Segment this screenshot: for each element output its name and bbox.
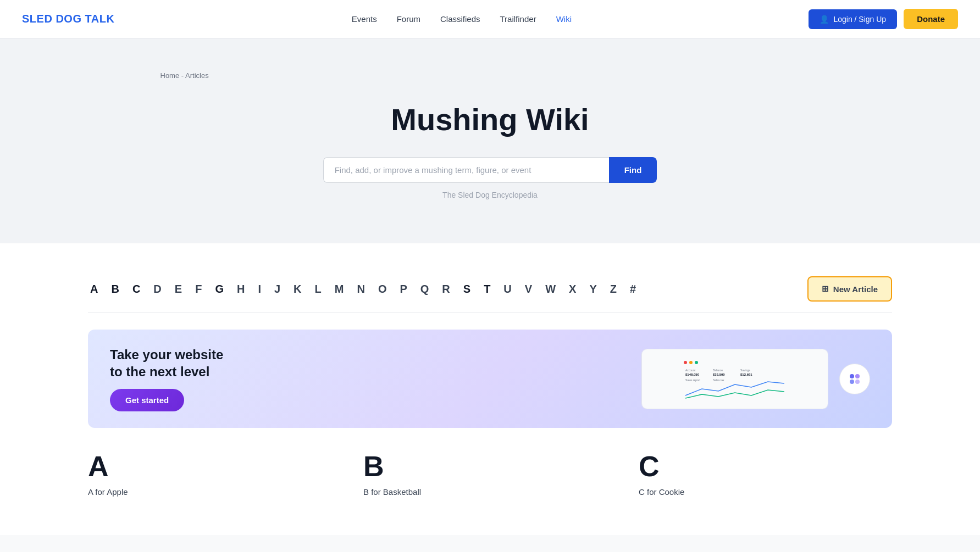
site-logo[interactable]: SLED DOG TALK bbox=[22, 13, 114, 25]
main-content: A B C D E F G H I J K L M N O P Q R S T … bbox=[0, 243, 980, 535]
alpha-S[interactable]: S bbox=[461, 282, 473, 297]
hero-section: Home - Articles Mushing Wiki Find The Sl… bbox=[0, 38, 980, 243]
svg-text:Balance: Balance bbox=[713, 369, 723, 372]
user-icon: 👤 bbox=[820, 15, 829, 24]
alpha-X[interactable]: X bbox=[567, 282, 578, 297]
section-letter-b: B bbox=[363, 450, 617, 483]
svg-point-13 bbox=[855, 374, 860, 378]
article-link[interactable]: B for Basketball bbox=[363, 487, 617, 497]
alpha-W[interactable]: W bbox=[543, 282, 558, 297]
nav-forum[interactable]: Forum bbox=[397, 14, 420, 24]
alpha-letters: A B C D E F G H I J K L M N O P Q R S T … bbox=[88, 282, 638, 297]
nav-wiki[interactable]: Wiki bbox=[556, 14, 572, 24]
svg-point-15 bbox=[855, 380, 860, 384]
new-article-button[interactable]: ⊞ New Article bbox=[807, 276, 892, 302]
svg-text:$148,050: $148,050 bbox=[685, 373, 700, 376]
breadcrumb-home[interactable]: Home bbox=[160, 71, 180, 80]
svg-text:Account: Account bbox=[685, 369, 696, 372]
svg-point-14 bbox=[850, 380, 854, 384]
svg-text:$12,691: $12,691 bbox=[740, 373, 752, 376]
login-button[interactable]: 👤 Login / Sign Up bbox=[809, 9, 897, 29]
grid-dots-icon bbox=[847, 371, 862, 387]
articles-grid: A A for Apple B B for Basketball C C for… bbox=[88, 450, 892, 513]
section-letter-c: C bbox=[639, 450, 892, 483]
article-section-c: C C for Cookie bbox=[639, 450, 892, 513]
chart-visual: Account Balance Savings $148,050 $32,500… bbox=[680, 357, 790, 401]
article-link[interactable]: A for Apple bbox=[88, 487, 341, 497]
svg-point-12 bbox=[850, 374, 854, 378]
alpha-P[interactable]: P bbox=[397, 282, 409, 297]
ad-headline: Take your websiteto the next level bbox=[110, 346, 630, 380]
alpha-E[interactable]: E bbox=[173, 282, 184, 297]
alpha-Z[interactable]: Z bbox=[608, 282, 619, 297]
alpha-G[interactable]: G bbox=[213, 282, 226, 297]
alpha-Y[interactable]: Y bbox=[587, 282, 599, 297]
alpha-Q[interactable]: Q bbox=[418, 282, 431, 297]
alpha-A[interactable]: A bbox=[88, 282, 100, 297]
svg-text:Sales report: Sales report bbox=[685, 378, 701, 382]
nav-trailfinder[interactable]: Trailfinder bbox=[500, 14, 536, 24]
alpha-T[interactable]: T bbox=[481, 282, 492, 297]
alphabet-bar: A B C D E F G H I J K L M N O P Q R S T … bbox=[88, 265, 892, 313]
alpha-B[interactable]: B bbox=[109, 282, 121, 297]
alpha-D[interactable]: D bbox=[151, 282, 163, 297]
header: SLED DOG TALK Events Forum Classifieds T… bbox=[0, 0, 980, 38]
alpha-hash[interactable]: # bbox=[628, 282, 638, 297]
alpha-O[interactable]: O bbox=[376, 282, 389, 297]
article-section-a: A A for Apple bbox=[88, 450, 341, 513]
article-section-b: B B for Basketball bbox=[363, 450, 617, 513]
nav-events[interactable]: Events bbox=[352, 14, 377, 24]
ad-screenshot: Account Balance Savings $148,050 $32,500… bbox=[641, 349, 828, 409]
alpha-F[interactable]: F bbox=[193, 282, 204, 297]
alpha-J[interactable]: J bbox=[272, 282, 283, 297]
breadcrumb: Home - Articles bbox=[160, 71, 820, 80]
svg-point-1 bbox=[684, 361, 687, 364]
alpha-L[interactable]: L bbox=[313, 282, 324, 297]
svg-point-2 bbox=[689, 361, 693, 364]
section-letter-a: A bbox=[88, 450, 341, 483]
plus-icon: ⊞ bbox=[822, 284, 829, 294]
alpha-N[interactable]: N bbox=[355, 282, 367, 297]
alpha-K[interactable]: K bbox=[291, 282, 303, 297]
alpha-M[interactable]: M bbox=[333, 282, 346, 297]
alpha-U[interactable]: U bbox=[501, 282, 513, 297]
breadcrumb-current: Articles bbox=[185, 71, 209, 80]
main-nav: Events Forum Classifieds Trailfinder Wik… bbox=[352, 14, 572, 24]
ad-screenshot-inner: Account Balance Savings $148,050 $32,500… bbox=[642, 349, 828, 409]
donate-button[interactable]: Donate bbox=[904, 9, 958, 29]
ad-icon-circle bbox=[839, 364, 870, 394]
svg-point-3 bbox=[695, 361, 698, 364]
svg-text:Savings: Savings bbox=[740, 369, 750, 372]
breadcrumb-separator: - bbox=[181, 71, 185, 80]
nav-classifieds[interactable]: Classifieds bbox=[440, 14, 480, 24]
page-title: Mushing Wiki bbox=[22, 102, 958, 137]
ad-text-area: Take your websiteto the next level Get s… bbox=[110, 346, 630, 411]
alpha-H[interactable]: H bbox=[235, 282, 247, 297]
search-row: Find bbox=[22, 157, 958, 183]
alpha-C[interactable]: C bbox=[130, 282, 142, 297]
article-link[interactable]: C for Cookie bbox=[639, 487, 892, 497]
alpha-V[interactable]: V bbox=[523, 282, 534, 297]
hero-subtitle: The Sled Dog Encyclopedia bbox=[22, 191, 958, 199]
header-actions: 👤 Login / Sign Up Donate bbox=[809, 9, 958, 29]
alpha-R[interactable]: R bbox=[440, 282, 452, 297]
alpha-I[interactable]: I bbox=[256, 282, 263, 297]
svg-text:$32,500: $32,500 bbox=[713, 373, 725, 376]
get-started-button[interactable]: Get started bbox=[110, 389, 184, 411]
search-input[interactable] bbox=[323, 157, 609, 183]
ad-banner: Take your websiteto the next level Get s… bbox=[88, 330, 892, 428]
svg-text:Sales tax: Sales tax bbox=[713, 378, 724, 382]
find-button[interactable]: Find bbox=[609, 157, 657, 183]
